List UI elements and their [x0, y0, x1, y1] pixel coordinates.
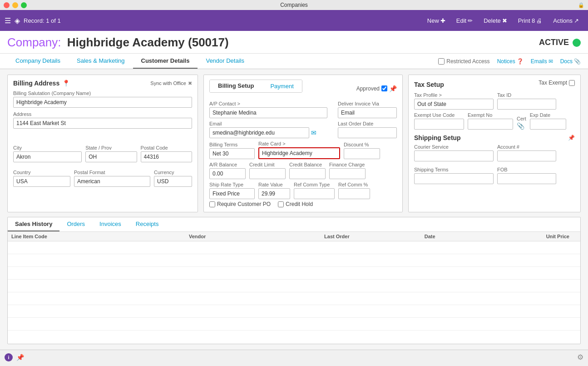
- address-input[interactable]: [13, 118, 192, 129]
- email-input[interactable]: [209, 127, 309, 138]
- approved-row: Approved 📌: [356, 85, 397, 92]
- col-last-order: Last Order: [291, 234, 384, 239]
- shipping-pin-icon[interactable]: 📌: [568, 135, 575, 141]
- country-input[interactable]: [13, 176, 70, 187]
- menu-icon[interactable]: ☰: [5, 16, 11, 25]
- exempt-use-label: Exempt Use Code: [414, 112, 464, 118]
- tab-vendor-details[interactable]: Vendor Details: [198, 54, 252, 69]
- billing-setup-tab[interactable]: Billing Setup: [210, 80, 262, 92]
- tab-invoices[interactable]: Invoices: [92, 217, 128, 231]
- salutation-field: Billing Salutation (Company Name): [13, 90, 192, 108]
- shipping-terms-input[interactable]: [414, 173, 494, 184]
- exempt-no-field: Exempt No: [468, 112, 513, 130]
- ref-comm-pct-input[interactable]: [338, 188, 370, 199]
- postal-format-input[interactable]: [74, 176, 150, 187]
- last-order-input[interactable]: [338, 127, 397, 138]
- courier-account-row: Courier Service Account #: [414, 144, 575, 161]
- approved-checkbox[interactable]: [381, 85, 387, 91]
- fob-input[interactable]: [497, 173, 556, 184]
- require-po-checkbox[interactable]: Require Customer PO: [209, 201, 271, 207]
- ship-rate-type-input[interactable]: [209, 188, 255, 199]
- tab-sales-history[interactable]: Sales History: [8, 217, 59, 231]
- exp-date-input[interactable]: [530, 119, 566, 130]
- maximize-button[interactable]: [21, 2, 27, 8]
- shipping-setup-section: Shipping Setup 📌 Courier Service Account…: [414, 134, 575, 184]
- city-label: City: [13, 145, 82, 150]
- pin-button[interactable]: 📌: [16, 354, 24, 361]
- actions-button[interactable]: Actions ↗: [548, 15, 583, 26]
- postal-field: Postal Code: [141, 145, 192, 162]
- exempt-use-input[interactable]: [414, 119, 464, 130]
- credit-balance-input[interactable]: [289, 168, 326, 179]
- scroll-placeholder: [569, 234, 577, 239]
- sync-close-icon[interactable]: ✖: [188, 80, 192, 86]
- tab-company-details[interactable]: Company Details: [7, 54, 69, 69]
- tax-exempt-checkbox[interactable]: [569, 80, 575, 86]
- courier-input[interactable]: [414, 150, 494, 161]
- edit-button[interactable]: Edit ✏: [452, 15, 477, 26]
- restricted-access-checkbox[interactable]: Restricted Access: [438, 58, 489, 65]
- docs-link[interactable]: Docs 📎: [560, 58, 581, 65]
- credit-hold-checkbox[interactable]: Credit Hold: [278, 201, 313, 207]
- currency-input[interactable]: [154, 176, 192, 187]
- ap-contact-input[interactable]: [209, 107, 327, 118]
- gear-icon[interactable]: ⚙: [577, 353, 583, 361]
- postal-label: Postal Code: [141, 145, 192, 150]
- minimize-button[interactable]: [12, 2, 18, 8]
- new-button[interactable]: New ✚: [423, 15, 450, 26]
- rate-card-input[interactable]: [258, 147, 340, 159]
- rate-value-input[interactable]: [258, 188, 290, 199]
- thumbtack-icon[interactable]: 📌: [389, 85, 397, 92]
- tab-customer-details[interactable]: Customer Details: [133, 54, 198, 69]
- exempt-no-input[interactable]: [468, 119, 513, 130]
- tax-profile-input[interactable]: [414, 99, 494, 110]
- discount-input[interactable]: [344, 148, 380, 159]
- active-label: ACTIVE: [539, 38, 569, 47]
- paperclip-icon[interactable]: 📎: [517, 122, 526, 130]
- delete-button[interactable]: Delete ✖: [479, 15, 512, 26]
- tax-setup-panel: Tax Setup Tax Exempt Tax Profile > Tax I…: [408, 75, 581, 212]
- tab-orders[interactable]: Orders: [59, 217, 92, 231]
- require-po-input[interactable]: [209, 201, 215, 207]
- account-input[interactable]: [497, 150, 556, 161]
- postal-format-field: Postal Format: [74, 170, 150, 187]
- require-po-label: Require Customer PO: [217, 201, 271, 207]
- state-input[interactable]: [85, 151, 137, 162]
- city-input[interactable]: [13, 151, 82, 162]
- print-button[interactable]: Print 8 🖨: [514, 15, 547, 26]
- credit-limit-input[interactable]: [249, 168, 286, 179]
- notices-icon: ❓: [517, 58, 524, 65]
- notices-link[interactable]: Notices ❓: [497, 58, 524, 65]
- table-row: [8, 305, 580, 318]
- credit-hold-input[interactable]: [278, 201, 284, 207]
- record-counter: Record: 1 of 1: [24, 17, 61, 24]
- po-hold-checkboxes: Require Customer PO Credit Hold: [209, 201, 397, 207]
- info-icon[interactable]: i: [5, 353, 13, 361]
- tab-receipts[interactable]: Receipts: [128, 217, 166, 231]
- tax-id-field: Tax ID: [497, 92, 556, 110]
- billing-terms-input[interactable]: [209, 148, 255, 159]
- country-format-currency-row: Country Postal Format Currency: [13, 170, 192, 191]
- sync-label: Sync with Office: [150, 80, 186, 86]
- window-controls[interactable]: [4, 2, 27, 8]
- emails-label: Emails: [531, 58, 547, 65]
- ref-comm-type-input[interactable]: [294, 188, 335, 199]
- payment-tab[interactable]: Payment: [262, 80, 301, 92]
- ar-balance-input[interactable]: [209, 168, 246, 179]
- diamond-icon[interactable]: ◈: [15, 16, 20, 25]
- tax-id-input[interactable]: [497, 99, 556, 110]
- restricted-access-input[interactable]: [438, 58, 445, 65]
- postal-input[interactable]: [141, 151, 192, 162]
- salutation-input[interactable]: [13, 97, 192, 108]
- credit-balance-field: Credit Balance: [289, 162, 326, 179]
- tax-profile-id-row: Tax Profile > Tax ID: [414, 92, 575, 110]
- close-button[interactable]: [4, 2, 10, 8]
- finance-charge-input[interactable]: [329, 168, 366, 179]
- tab-sales-marketing[interactable]: Sales & Marketing: [69, 54, 133, 69]
- exempt-cert-row: Exempt Use Code Exempt No Cert 📎 Exp Dat…: [414, 112, 575, 130]
- emails-link[interactable]: Emails ✉: [531, 58, 553, 65]
- credit-limit-label: Credit Limit: [249, 162, 286, 167]
- company-label: Company:: [7, 35, 61, 49]
- email-envelope-icon[interactable]: ✉: [311, 129, 316, 136]
- deliver-invoice-input[interactable]: [338, 107, 397, 118]
